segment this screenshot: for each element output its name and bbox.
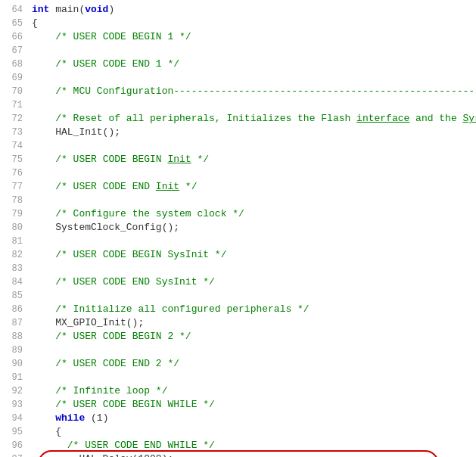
token bbox=[32, 113, 55, 124]
code-line: 83 bbox=[0, 262, 476, 275]
line-number: 97 bbox=[0, 452, 29, 457]
line-content: /* USER CODE BEGIN Init */ bbox=[29, 153, 476, 166]
line-content bbox=[29, 262, 476, 275]
token bbox=[32, 412, 55, 424]
line-content bbox=[29, 44, 476, 58]
line-number: 96 bbox=[0, 439, 29, 452]
code-line: 95 { bbox=[0, 425, 476, 439]
code-line: 66 /* USER CODE BEGIN 1 */ bbox=[0, 30, 476, 44]
token bbox=[32, 249, 55, 260]
line-number: 89 bbox=[0, 344, 29, 357]
line-number: 72 bbox=[0, 112, 29, 126]
token: Systick bbox=[463, 113, 476, 124]
token bbox=[32, 399, 55, 410]
line-content: MX_GPIO_Init(); bbox=[29, 316, 476, 330]
token: /* USER CODE END 1 */ bbox=[55, 58, 179, 70]
code-line: 68 /* USER CODE END 1 */ bbox=[0, 58, 476, 71]
line-content: SystemClock_Config(); bbox=[29, 221, 476, 235]
line-content bbox=[29, 371, 476, 384]
token: /* USER CODE BEGIN bbox=[55, 154, 167, 165]
token bbox=[32, 31, 55, 42]
line-content: /* USER CODE END WHILE */ bbox=[29, 439, 476, 452]
token bbox=[32, 85, 55, 97]
line-content bbox=[29, 139, 476, 153]
token: { bbox=[32, 426, 61, 437]
token bbox=[32, 385, 55, 396]
code-line: 65{ bbox=[0, 17, 476, 30]
code-line: 79 /* Configure the system clock */ bbox=[0, 207, 476, 221]
token: interface bbox=[356, 113, 409, 124]
code-line: 97 HAL_Delay(1000); bbox=[0, 452, 476, 457]
line-number: 94 bbox=[0, 412, 29, 425]
line-content: /* USER CODE END 1 */ bbox=[29, 58, 476, 71]
token: and the bbox=[409, 113, 462, 124]
code-line: 69 bbox=[0, 71, 476, 85]
line-number: 92 bbox=[0, 384, 29, 398]
code-line: 96 /* USER CODE END WHILE */ bbox=[0, 439, 476, 452]
line-content: int main(void) bbox=[29, 3, 476, 17]
token: /* MCU Configuration--------------------… bbox=[55, 85, 476, 97]
line-content: /* USER CODE BEGIN 1 */ bbox=[29, 30, 476, 44]
line-number: 88 bbox=[0, 330, 29, 344]
code-line: 75 /* USER CODE BEGIN Init */ bbox=[0, 153, 476, 166]
code-line: 88 /* USER CODE BEGIN 2 */ bbox=[0, 330, 476, 344]
line-number: 68 bbox=[0, 58, 29, 71]
token bbox=[32, 331, 55, 342]
line-content: HAL_Init(); bbox=[29, 126, 476, 139]
token: /* USER CODE END 2 */ bbox=[55, 358, 179, 369]
token: /* USER CODE BEGIN 1 */ bbox=[55, 31, 191, 42]
line-number: 78 bbox=[0, 194, 29, 207]
line-content: /* Configure the system clock */ bbox=[29, 207, 476, 221]
token: /* USER CODE END bbox=[55, 181, 156, 192]
line-number: 87 bbox=[0, 316, 29, 330]
line-content: HAL_Delay(1000); bbox=[29, 452, 476, 457]
line-content: /* USER CODE END Init */ bbox=[29, 180, 476, 194]
token: */ bbox=[179, 181, 197, 192]
line-number: 75 bbox=[0, 153, 29, 166]
token: */ bbox=[191, 154, 209, 165]
code-line: 82 /* USER CODE BEGIN SysInit */ bbox=[0, 248, 476, 262]
code-line: 78 bbox=[0, 194, 476, 207]
token: /* USER CODE BEGIN 2 */ bbox=[55, 331, 191, 342]
line-number: 69 bbox=[0, 71, 29, 85]
line-number: 82 bbox=[0, 248, 29, 262]
line-content: /* USER CODE BEGIN WHILE */ bbox=[29, 398, 476, 412]
line-number: 85 bbox=[0, 289, 29, 303]
line-content bbox=[29, 98, 476, 112]
token: int bbox=[32, 4, 49, 15]
token bbox=[32, 154, 55, 165]
line-content bbox=[29, 235, 476, 248]
token bbox=[32, 303, 55, 315]
code-line: 86 /* Initialize all configured peripher… bbox=[0, 303, 476, 316]
token: Init bbox=[156, 181, 179, 192]
code-line: 85 bbox=[0, 289, 476, 303]
line-number: 73 bbox=[0, 126, 29, 139]
token: (1) bbox=[85, 412, 108, 424]
line-number: 91 bbox=[0, 371, 29, 384]
line-content bbox=[29, 71, 476, 85]
token: MX_GPIO_Init(); bbox=[32, 317, 144, 328]
line-number: 93 bbox=[0, 398, 29, 412]
line-number: 71 bbox=[0, 98, 29, 112]
code-line: 72 /* Reset of all peripherals, Initiali… bbox=[0, 112, 476, 126]
line-content: { bbox=[29, 17, 476, 30]
line-number: 84 bbox=[0, 275, 29, 289]
line-number: 67 bbox=[0, 44, 29, 58]
code-line: 67 bbox=[0, 44, 476, 58]
line-content: /* USER CODE END SysInit */ bbox=[29, 275, 476, 289]
line-content: while (1) bbox=[29, 412, 476, 425]
token: ) bbox=[108, 4, 114, 15]
line-number: 81 bbox=[0, 235, 29, 248]
token: SystemClock_Config(); bbox=[32, 222, 179, 233]
token: /* USER CODE BEGIN SysInit */ bbox=[55, 249, 226, 260]
code-line: 93 /* USER CODE BEGIN WHILE */ bbox=[0, 398, 476, 412]
line-content: /* USER CODE END 2 */ bbox=[29, 357, 476, 371]
line-number: 76 bbox=[0, 166, 29, 180]
code-line: 87 MX_GPIO_Init(); bbox=[0, 316, 476, 330]
code-line: 64int main(void) bbox=[0, 3, 476, 17]
token bbox=[32, 276, 55, 288]
token: { bbox=[32, 17, 38, 29]
line-content: /* Infinite loop */ bbox=[29, 384, 476, 398]
token: /* Initialize all configured peripherals… bbox=[55, 303, 309, 315]
token: void bbox=[85, 4, 108, 15]
